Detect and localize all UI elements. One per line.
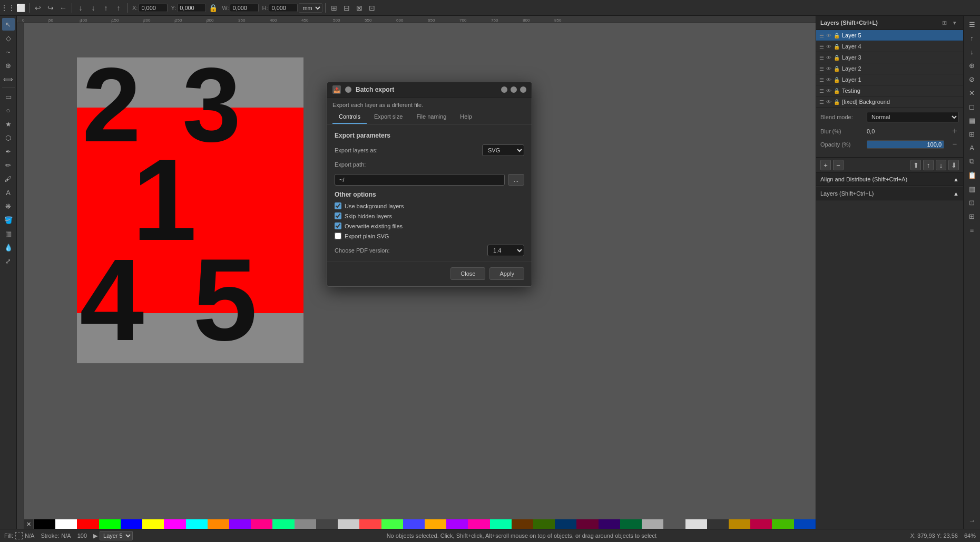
close-button[interactable]: Close (450, 267, 485, 280)
right-tool-6[interactable]: ✕ (966, 86, 978, 99)
palette-swatch-29[interactable] (663, 519, 685, 529)
palette-swatch-21[interactable] (490, 519, 512, 529)
checkbox-skip-hidden[interactable] (335, 212, 341, 219)
layer-lock-icon-2[interactable]: 🔒 (834, 55, 840, 61)
right-tool-15[interactable]: ⊞ (966, 210, 978, 222)
palette-swatch-12[interactable] (295, 519, 316, 529)
measure-tool[interactable]: ⟺ (2, 73, 15, 85)
palette-swatch-11[interactable] (272, 519, 294, 529)
ellipse-tool[interactable]: ○ (2, 104, 15, 117)
palette-swatch-27[interactable] (620, 519, 642, 529)
dialog-maximize-btn[interactable] (511, 86, 517, 93)
redo-icon[interactable]: ↪ (45, 2, 56, 14)
lock-icon[interactable]: 🔒 (207, 2, 219, 14)
layers-icon-2[interactable]: ▾ (950, 18, 959, 27)
layer-vis-icon-6[interactable]: 👁 (826, 99, 831, 105)
layer-item-5[interactable]: ☰ 👁 🔒 Testing (816, 85, 963, 96)
palette-swatch-10[interactable] (251, 519, 272, 529)
tab-export-size[interactable]: Export size (368, 110, 409, 124)
checkbox-export-plain-svg[interactable] (335, 233, 341, 239)
export-layers-select[interactable]: SVG PNG PDF EPS (482, 144, 524, 156)
palette-x-button[interactable]: ✕ (24, 519, 34, 529)
palette-swatch-18[interactable] (425, 519, 446, 529)
layer-item-0[interactable]: ☰ 👁 🔒 Layer 5 (816, 30, 963, 41)
layer-lock-icon-3[interactable]: 🔒 (834, 66, 840, 72)
layer-item-6[interactable]: ☰ 👁 🔒 [fixed] Background (816, 96, 963, 108)
palette-swatch-1[interactable] (55, 519, 77, 529)
star-tool[interactable]: ★ (2, 118, 15, 130)
x-input[interactable] (139, 4, 168, 12)
right-tool-11[interactable]: ⧉ (966, 155, 978, 168)
export-path-input[interactable] (335, 174, 505, 186)
tab-help[interactable]: Help (454, 110, 478, 124)
palette-swatch-14[interactable] (338, 519, 359, 529)
right-tool-14[interactable]: ⊡ (966, 196, 978, 209)
w-input[interactable] (230, 4, 259, 12)
dialog-minimize-btn[interactable] (501, 86, 507, 93)
palette-swatch-19[interactable] (446, 519, 468, 529)
layer-to-top-btn[interactable]: ⇑ (910, 160, 921, 170)
tab-controls[interactable]: Controls (332, 110, 367, 124)
layer-vis-icon-1[interactable]: 👁 (826, 44, 831, 50)
dropper-tool[interactable]: 💧 (2, 241, 15, 254)
connector-tool[interactable]: ⤢ (2, 255, 15, 267)
dialog-close-btn[interactable] (520, 86, 526, 93)
palette-swatch-25[interactable] (576, 519, 598, 529)
checkbox-overwrite-files[interactable] (335, 222, 341, 229)
select-tool[interactable]: ↖ (2, 18, 15, 31)
palette-swatch-6[interactable] (164, 519, 185, 529)
palette-swatch-4[interactable] (121, 519, 142, 529)
palette-swatch-34[interactable] (772, 519, 793, 529)
move-down2-icon[interactable]: ↓ (87, 2, 99, 14)
grid-icon[interactable]: ⋮⋮ (2, 2, 14, 14)
layer-remove-btn[interactable]: − (833, 160, 844, 170)
right-tool-12[interactable]: 📋 (966, 169, 978, 181)
palette-swatch-28[interactable] (642, 519, 663, 529)
tweak-tool[interactable]: ~ (2, 45, 15, 58)
layer-vis-icon-0[interactable]: 👁 (826, 33, 831, 38)
layers-icon-1[interactable]: ⊞ (940, 18, 948, 27)
fill-tool[interactable]: 🪣 (2, 214, 15, 226)
layer-item-4[interactable]: ☰ 👁 🔒 Layer 1 (816, 74, 963, 85)
pen-tool[interactable]: ✒ (2, 145, 15, 158)
text-tool[interactable]: A (2, 186, 15, 199)
opacity-minus-btn[interactable]: － (950, 139, 959, 150)
palette-swatch-17[interactable] (403, 519, 425, 529)
right-tool-16[interactable]: ≡ (966, 224, 978, 236)
file-icon[interactable]: ⬜ (15, 2, 26, 14)
palette-swatch-20[interactable] (468, 519, 489, 529)
palette-swatch-9[interactable] (229, 519, 251, 529)
palette-swatch-3[interactable] (99, 519, 121, 529)
apply-button[interactable]: Apply (489, 267, 524, 280)
align-distribute-header[interactable]: Align and Distribute (Shift+Ctrl+A) ▲ (816, 173, 963, 186)
gradient-tool[interactable]: ▥ (2, 227, 15, 240)
browse-button[interactable]: ... (508, 174, 524, 186)
layer-to-bottom-btn[interactable]: ⇓ (948, 160, 959, 170)
right-tool-8[interactable]: ▦ (966, 114, 978, 127)
snap-icon-1[interactable]: ⊞ (328, 2, 340, 14)
palette-swatch-0[interactable] (34, 519, 55, 529)
pencil-tool[interactable]: ✏ (2, 159, 15, 171)
right-tool-2[interactable]: ↑ (966, 32, 978, 44)
h-input[interactable] (269, 4, 298, 12)
move-up2-icon[interactable]: ↑ (113, 2, 124, 14)
palette-swatch-23[interactable] (533, 519, 555, 529)
palette-swatch-15[interactable] (359, 519, 381, 529)
right-tool-3[interactable]: ↓ (966, 45, 978, 58)
palette-swatch-26[interactable] (599, 519, 620, 529)
move-down-icon[interactable]: ↓ (75, 2, 86, 14)
right-tool-1[interactable]: ☰ (966, 18, 978, 31)
layers-second-header[interactable]: Layers (Shift+Ctrl+L) ▲ (816, 187, 963, 200)
back-icon[interactable]: ← (57, 2, 69, 14)
palette-swatch-32[interactable] (729, 519, 750, 529)
snap-icon-3[interactable]: ⊠ (354, 2, 365, 14)
right-tool-9[interactable]: ⊞ (966, 128, 978, 140)
layer-item-2[interactable]: ☰ 👁 🔒 Layer 3 (816, 52, 963, 63)
palette-swatch-35[interactable] (794, 519, 816, 529)
undo-icon[interactable]: ↩ (32, 2, 44, 14)
layer-down-btn[interactable]: ↓ (936, 160, 946, 170)
zoom-tool[interactable]: ⊕ (2, 59, 15, 72)
right-tool-bottom-1[interactable]: → (966, 514, 978, 527)
right-tool-13[interactable]: ▦ (966, 182, 978, 195)
move-up-icon[interactable]: ↑ (100, 2, 112, 14)
